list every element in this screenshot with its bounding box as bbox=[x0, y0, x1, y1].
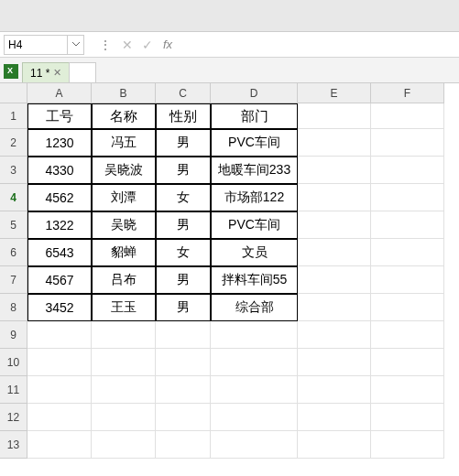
cell-B11[interactable] bbox=[92, 376, 156, 404]
cell-E13[interactable] bbox=[298, 431, 371, 459]
row-header-5[interactable]: 5 bbox=[0, 211, 27, 239]
cell-C11[interactable] bbox=[156, 376, 211, 404]
row-header-7[interactable]: 7 bbox=[0, 266, 27, 294]
cell-E5[interactable] bbox=[298, 211, 371, 239]
row-header-1[interactable]: 1 bbox=[0, 103, 27, 129]
cell-F2[interactable] bbox=[371, 129, 444, 157]
cell-F1[interactable] bbox=[371, 103, 444, 129]
cell-E2[interactable] bbox=[298, 129, 371, 157]
cell-F9[interactable] bbox=[371, 321, 444, 349]
column-header-C[interactable]: C bbox=[156, 83, 211, 103]
cell-E1[interactable] bbox=[298, 103, 371, 129]
cell-B5[interactable]: 吴晓 bbox=[92, 211, 156, 239]
cell-A8[interactable]: 3452 bbox=[27, 294, 92, 321]
cell-C13[interactable] bbox=[156, 431, 211, 459]
cell-B1[interactable]: 名称 bbox=[92, 103, 156, 129]
cell-B13[interactable] bbox=[92, 431, 156, 459]
cell-A1[interactable]: 工号 bbox=[27, 103, 92, 129]
cell-B7[interactable]: 吕布 bbox=[92, 266, 156, 294]
row-header-2[interactable]: 2 bbox=[0, 129, 27, 157]
column-header-F[interactable]: F bbox=[371, 83, 444, 103]
cell-D10[interactable] bbox=[211, 349, 298, 376]
close-icon[interactable]: ✕ bbox=[53, 67, 61, 79]
cell-D3[interactable]: 地暖车间233 bbox=[211, 157, 298, 184]
cell-B9[interactable] bbox=[92, 321, 156, 349]
cell-F8[interactable] bbox=[371, 294, 444, 321]
cell-C10[interactable] bbox=[156, 349, 211, 376]
cell-C7[interactable]: 男 bbox=[156, 266, 211, 294]
cell-F11[interactable] bbox=[371, 376, 444, 404]
workbook-tab-active[interactable]: 11 * ✕ bbox=[22, 62, 70, 82]
cell-A6[interactable]: 6543 bbox=[27, 239, 92, 266]
cell-E7[interactable] bbox=[298, 266, 371, 294]
row-header-13[interactable]: 13 bbox=[0, 431, 27, 459]
spreadsheet-grid[interactable]: 12345678910111213 ABCDEF 工号名称性别部门1230冯五男… bbox=[0, 83, 459, 476]
cell-C6[interactable]: 女 bbox=[156, 239, 211, 266]
cell-F13[interactable] bbox=[371, 431, 444, 459]
cell-D12[interactable] bbox=[211, 404, 298, 431]
cell-A11[interactable] bbox=[27, 376, 92, 404]
cell-D6[interactable]: 文员 bbox=[211, 239, 298, 266]
cell-B3[interactable]: 吴晓波 bbox=[92, 157, 156, 184]
column-header-E[interactable]: E bbox=[298, 83, 371, 103]
cell-C3[interactable]: 男 bbox=[156, 157, 211, 184]
row-header-6[interactable]: 6 bbox=[0, 239, 27, 266]
cell-D5[interactable]: PVC车间 bbox=[211, 211, 298, 239]
cell-F3[interactable] bbox=[371, 157, 444, 184]
cell-A7[interactable]: 4567 bbox=[27, 266, 92, 294]
cell-F6[interactable] bbox=[371, 239, 444, 266]
cell-A5[interactable]: 1322 bbox=[27, 211, 92, 239]
cell-A4[interactable]: 4562 bbox=[27, 184, 92, 211]
cell-A13[interactable] bbox=[27, 431, 92, 459]
cell-F10[interactable] bbox=[371, 349, 444, 376]
column-header-D[interactable]: D bbox=[211, 83, 298, 103]
cell-A10[interactable] bbox=[27, 349, 92, 376]
cell-B6[interactable]: 貂蝉 bbox=[92, 239, 156, 266]
cell-D2[interactable]: PVC车间 bbox=[211, 129, 298, 157]
select-all-corner[interactable] bbox=[0, 83, 27, 103]
name-box[interactable]: H4 bbox=[4, 35, 68, 55]
enter-icon[interactable]: ✓ bbox=[137, 38, 158, 52]
cell-F4[interactable] bbox=[371, 184, 444, 211]
fx-button[interactable]: fx bbox=[158, 38, 178, 51]
cell-C9[interactable] bbox=[156, 321, 211, 349]
cell-A2[interactable]: 1230 bbox=[27, 129, 92, 157]
cancel-icon[interactable]: ✕ bbox=[117, 38, 137, 52]
cell-D8[interactable]: 综合部 bbox=[211, 294, 298, 321]
row-header-4[interactable]: 4 bbox=[0, 184, 27, 211]
cell-D1[interactable]: 部门 bbox=[211, 103, 298, 129]
cell-D13[interactable] bbox=[211, 431, 298, 459]
workbook-tab-empty[interactable] bbox=[69, 62, 96, 82]
cell-E6[interactable] bbox=[298, 239, 371, 266]
cell-E11[interactable] bbox=[298, 376, 371, 404]
cell-D9[interactable] bbox=[211, 321, 298, 349]
cell-B4[interactable]: 刘潭 bbox=[92, 184, 156, 211]
row-header-10[interactable]: 10 bbox=[0, 349, 27, 376]
row-header-3[interactable]: 3 bbox=[0, 157, 27, 184]
row-header-9[interactable]: 9 bbox=[0, 321, 27, 349]
column-header-B[interactable]: B bbox=[92, 83, 156, 103]
cell-F12[interactable] bbox=[371, 404, 444, 431]
cell-A12[interactable] bbox=[27, 404, 92, 431]
cell-A3[interactable]: 4330 bbox=[27, 157, 92, 184]
column-header-A[interactable]: A bbox=[27, 83, 92, 103]
cell-E9[interactable] bbox=[298, 321, 371, 349]
name-box-dropdown[interactable] bbox=[68, 35, 84, 55]
cell-D4[interactable]: 市场部122 bbox=[211, 184, 298, 211]
cell-B8[interactable]: 王玉 bbox=[92, 294, 156, 321]
cell-F5[interactable] bbox=[371, 211, 444, 239]
cell-B10[interactable] bbox=[92, 349, 156, 376]
row-header-11[interactable]: 11 bbox=[0, 376, 27, 404]
cell-B2[interactable]: 冯五 bbox=[92, 129, 156, 157]
cell-C2[interactable]: 男 bbox=[156, 129, 211, 157]
cell-B12[interactable] bbox=[92, 404, 156, 431]
cell-D11[interactable] bbox=[211, 376, 298, 404]
cell-E12[interactable] bbox=[298, 404, 371, 431]
cell-E3[interactable] bbox=[298, 157, 371, 184]
cell-C5[interactable]: 男 bbox=[156, 211, 211, 239]
cell-E4[interactable] bbox=[298, 184, 371, 211]
cell-C12[interactable] bbox=[156, 404, 211, 431]
cell-C1[interactable]: 性别 bbox=[156, 103, 211, 129]
row-header-12[interactable]: 12 bbox=[0, 404, 27, 431]
cell-C4[interactable]: 女 bbox=[156, 184, 211, 211]
